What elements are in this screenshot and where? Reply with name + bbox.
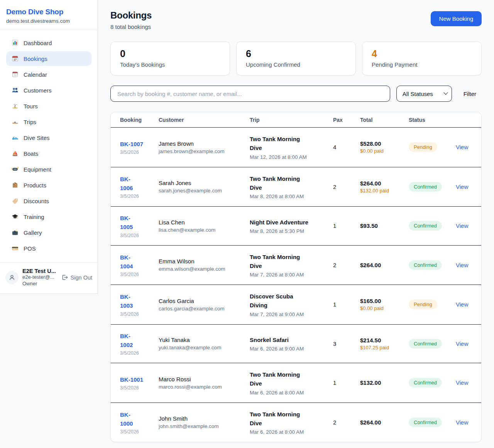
table-row: BK-1007 3/5/2026 James Brown james.brown… (111, 128, 481, 167)
customer-name: Lisa Chen (159, 219, 240, 226)
trip-cell: Two Tank Morning Dive Mar 6, 2026 at 8:0… (245, 363, 328, 403)
sidebar-item-label: Trips (24, 119, 36, 125)
booking-id-link[interactable]: BK-1005 (120, 214, 137, 232)
sign-out-icon (61, 274, 68, 281)
stat-card-pending-payment: 4 Pending Payment (362, 41, 482, 76)
status-badge: Confirmed (409, 182, 442, 192)
paid-amount: $0.00 paid (360, 148, 392, 154)
trip-datetime: Mar 6, 2026 at 9:00 AM (250, 346, 324, 352)
column-header-customer: Customer (154, 112, 245, 128)
table-row: BK-1002 3/5/2026 Yuki Tanaka yuki.tanaka… (111, 324, 481, 363)
paid-amount: $107.25 paid (360, 345, 392, 350)
view-link[interactable]: View (456, 301, 468, 308)
status-select-wrap: All Statuses (396, 86, 452, 102)
sidebar-item-boats[interactable]: Boats (6, 146, 91, 161)
paid-amount: $132.00 paid (360, 188, 392, 194)
page-header-text: Bookings 8 total bookings (110, 10, 152, 30)
sidebar-nav: Dashboard 17 Bookings Calendar Customers… (0, 30, 98, 262)
customer-cell: Emma Wilson emma.wilson@example.com (154, 245, 245, 285)
status-filter-select[interactable]: All Statuses (396, 86, 452, 102)
customer-name: Carlos Garcia (159, 298, 240, 304)
sidebar-item-label: Bookings (24, 56, 47, 62)
table-row: BK-1000 3/5/2026 John Smith john.smith@e… (111, 403, 481, 442)
view-link[interactable]: View (456, 222, 468, 229)
total-cell: $264.00 (355, 403, 404, 442)
status-cell: Confirmed (404, 403, 451, 442)
stats-row: 0 Today's Bookings 6 Upcoming Confirmed … (110, 41, 482, 76)
view-link[interactable]: View (456, 419, 468, 426)
booking-id-link[interactable]: BK-1007 (120, 140, 143, 148)
booking-cell: BK-1001 3/5/2026 (111, 363, 154, 403)
booking-cell: BK-1007 3/5/2026 (111, 128, 154, 167)
sidebar-item-customers[interactable]: Customers (6, 83, 91, 98)
view-link[interactable]: View (456, 144, 468, 150)
trip-name: Night Dive Adventure (250, 218, 308, 227)
view-link[interactable]: View (456, 340, 468, 347)
package-icon (12, 182, 19, 189)
sidebar-item-trips[interactable]: Trips (6, 115, 91, 129)
view-link[interactable]: View (456, 184, 468, 190)
svg-text:17: 17 (14, 58, 17, 61)
pax-cell: 1 (328, 207, 355, 246)
sidebar-item-equipment[interactable]: Equipment (6, 162, 91, 177)
sidebar-item-label: Products (24, 182, 46, 189)
sidebar-item-gallery[interactable]: Gallery (6, 225, 91, 240)
sidebar-item-pos[interactable]: POS (6, 241, 91, 256)
sidebar-item-training[interactable]: Training (6, 209, 91, 224)
status-badge: Confirmed (409, 339, 442, 349)
paid-amount: $0.00 paid (360, 305, 392, 311)
user-role: Owner (22, 281, 58, 287)
sidebar-item-dashboard[interactable]: Dashboard (6, 35, 91, 50)
view-link[interactable]: View (456, 379, 468, 386)
stat-value: 4 (372, 48, 472, 59)
sidebar-item-label: POS (24, 245, 36, 252)
sidebar-item-label: Training (24, 214, 44, 220)
booking-date: 3/5/2026 (120, 272, 149, 277)
pax-cell: 3 (328, 324, 355, 363)
column-header-status: Status (404, 112, 451, 128)
sidebar-item-tours[interactable]: Tours (6, 99, 91, 113)
tag-icon (12, 197, 19, 204)
sign-out-button[interactable]: Sign Out (61, 274, 92, 281)
booking-id-link[interactable]: BK-1006 (120, 175, 137, 193)
status-badge: Confirmed (409, 378, 442, 387)
total-cell: $528.00 $0.00 paid (355, 128, 404, 167)
booking-id-link[interactable]: BK-1004 (120, 253, 137, 271)
sidebar-item-discounts[interactable]: Discounts (6, 194, 91, 208)
status-cell: Confirmed (404, 207, 451, 246)
table-row: BK-1005 3/5/2026 Lisa Chen lisa.chen@exa… (111, 207, 481, 246)
booking-id-link[interactable]: BK-1002 (120, 332, 137, 350)
camera-icon (12, 229, 19, 236)
actions-cell: View (451, 403, 481, 442)
dive-mask-icon (12, 166, 19, 173)
stat-label: Upcoming Confirmed (246, 61, 346, 68)
trip-name: Two Tank Morning Dive (250, 135, 308, 153)
search-input[interactable] (110, 86, 390, 102)
customer-name: John Smith (159, 415, 240, 422)
new-booking-button[interactable]: New Booking (431, 11, 482, 26)
status-cell: Confirmed (404, 363, 451, 403)
sailboat-icon (12, 150, 19, 157)
total-amount: $264.00 (360, 180, 399, 187)
trip-datetime: Mar 6, 2026 at 8:00 AM (250, 429, 324, 435)
booking-id-link[interactable]: BK-1000 (120, 410, 137, 428)
booking-date: 3/5/2026 (120, 385, 149, 391)
stat-label: Today's Bookings (120, 61, 220, 68)
sidebar-item-dive-sites[interactable]: Dive Sites (6, 130, 91, 145)
stat-card-upcoming-confirmed: 6 Upcoming Confirmed (236, 41, 356, 76)
booking-id-link[interactable]: BK-1003 (120, 292, 137, 310)
booking-date: 3/5/2026 (120, 312, 149, 317)
calendar-icon (12, 71, 19, 78)
sidebar-item-calendar[interactable]: Calendar (6, 67, 91, 82)
booking-id-link[interactable]: BK-1001 (120, 375, 143, 384)
filter-button[interactable]: Filter (458, 87, 482, 101)
total-amount: $264.00 (360, 262, 399, 268)
sidebar-item-products[interactable]: Products (6, 178, 91, 192)
total-cell: $264.00 (355, 245, 404, 285)
booking-date: 3/5/2026 (120, 429, 149, 435)
bookings-table-body: BK-1007 3/5/2026 James Brown james.brown… (111, 128, 481, 442)
trip-name: Two Tank Morning Dive (250, 410, 308, 428)
sidebar-item-bookings[interactable]: 17 Bookings (6, 51, 91, 66)
view-link[interactable]: View (456, 262, 468, 268)
booking-cell: BK-1003 3/5/2026 (111, 285, 154, 325)
